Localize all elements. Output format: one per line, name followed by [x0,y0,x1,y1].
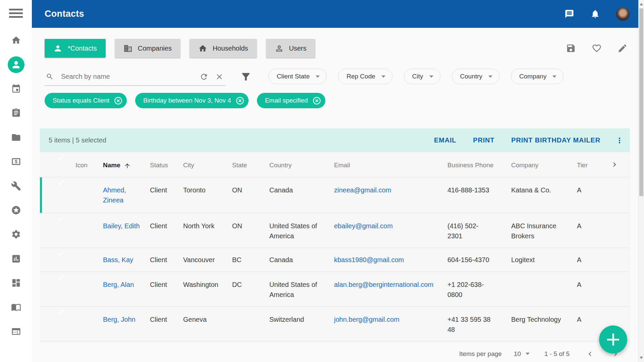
household-icon [198,44,207,53]
filter-icon[interactable] [240,71,252,82]
sidebar-item-tools[interactable] [0,174,32,198]
email-button[interactable]: EMAIL [434,136,456,144]
table-row[interactable]: Ahmed, Zineea Client Toronto ON Canada z… [40,177,630,213]
clear-search-icon[interactable] [215,72,224,81]
sidebar-item-home[interactable] [0,28,32,52]
menu-icon[interactable] [9,9,23,20]
sidebar-item-cards[interactable] [0,319,32,344]
print-button[interactable]: PRINT [473,136,494,144]
favorite-icon[interactable] [592,43,602,53]
column-header-tier[interactable]: Tier [577,152,610,169]
cell-status: Client [150,272,183,290]
remove-chip-icon[interactable] [114,96,123,105]
email-link[interactable]: john.berg@gmail.com [334,307,447,324]
tab-companies[interactable]: Companies [115,39,180,58]
cell-tier: A [577,272,610,290]
sidebar-item-calendar[interactable] [0,77,32,101]
dropdown-company[interactable]: Company [511,69,564,84]
edit-icon[interactable] [618,43,628,53]
reports-icon [11,254,21,264]
chip-email[interactable]: Email specified [257,93,325,108]
dropdown-city[interactable]: City [404,69,440,84]
tab-users[interactable]: Users [266,39,315,58]
sidebar-item-reports[interactable] [0,247,32,271]
scrollbar-thumb[interactable] [639,8,643,196]
refresh-icon[interactable] [200,72,208,81]
chevron-down-icon [552,75,556,78]
column-header-business-phone[interactable]: Business Phone [447,152,511,169]
contact-name-link[interactable]: Bailey, Edith [103,213,150,231]
print-birthday-mailer-button[interactable]: PRINT BIRTHDAY MAILER [511,136,600,144]
email-link[interactable]: alan.berg@berginternational.com [334,272,447,290]
column-header-company[interactable]: Company [511,152,577,169]
email-link[interactable]: ebailey@gmail.com [334,213,447,231]
cell-business-phone: 604-156-4370 [447,248,511,265]
dropdown-client-state[interactable]: Client State [268,69,327,84]
contact-name-link[interactable]: Berg, Alan [103,272,150,290]
add-contact-button[interactable] [599,325,627,354]
items-per-page-label: Items per page [459,350,502,358]
chevron-down-icon [488,75,492,78]
chevron-down-icon [526,353,530,355]
notifications-icon[interactable] [590,9,600,19]
scroll-down-icon[interactable] [640,357,643,359]
contact-name-link[interactable]: Berg, John [103,307,150,324]
sidebar-item-billing[interactable]: $ [0,149,32,174]
sidebar-item-favorites[interactable] [0,198,32,222]
sidebar-item-tasks[interactable] [0,101,32,125]
scroll-up-icon[interactable] [640,3,643,5]
scroll-columns-right-icon[interactable] [610,160,619,169]
column-header-email[interactable]: Email [334,152,447,169]
contact-name-link[interactable]: Bass, Kay [103,248,150,265]
user-avatar[interactable] [616,7,630,21]
column-header-state[interactable]: State [232,152,269,169]
sidebar-item-dashboard[interactable] [0,271,32,295]
search-input[interactable] [60,72,193,81]
sidebar-item-documents[interactable] [0,125,32,149]
column-header-status[interactable]: Status [150,152,183,169]
cell-state: BC [232,248,269,265]
cell-business-phone: (416) 502-2301 [447,213,511,241]
dropdown-rep-code[interactable]: Rep Code [338,69,392,84]
tab-contacts[interactable]: *Contacts [45,39,106,58]
settings-icon [11,229,21,239]
page-size-select[interactable]: 10 [514,350,530,358]
previous-page-icon[interactable] [586,350,594,358]
email-link[interactable]: zineea@gmail.com [334,177,447,195]
selection-summary: 5 items | 5 selected [49,136,106,144]
table-row[interactable]: Bass, Kay Client Vancouver BC Canada kba… [40,248,630,272]
tasks-icon [11,108,21,118]
remove-chip-icon[interactable] [312,96,321,105]
column-header-icon[interactable]: Icon [75,152,103,169]
table-row[interactable]: Bailey, Edith Client North York ON Unite… [40,213,630,248]
chip-label: Birthday between Nov 3, Nov 4 [143,97,231,104]
column-header-city[interactable]: City [183,152,232,169]
dropdown-country[interactable]: Country [452,69,500,84]
cell-business-phone: 416-888-1353 [447,177,511,195]
chip-birthday[interactable]: Birthday between Nov 3, Nov 4 [135,93,249,108]
chat-icon[interactable] [565,9,574,19]
dropdown-label: Company [519,73,546,80]
sidebar-item-library[interactable] [0,295,32,319]
dropdown-label: Client State [277,73,310,80]
cell-city: Toronto [183,177,232,195]
table-row[interactable]: Berg, John Client Geneva Switzerland joh… [40,307,630,342]
table-row[interactable]: Berg, Alan Client Washington DC United S… [40,272,630,307]
contact-name-link[interactable]: Ahmed, Zineea [103,177,150,205]
tab-households[interactable]: Households [190,39,257,58]
email-link[interactable]: kbass1980@gmail.com [334,248,447,265]
sidebar-item-contacts[interactable] [0,52,32,76]
cell-business-phone: +1 202-638-0800 [447,272,511,300]
save-icon[interactable] [566,43,576,53]
person-icon [53,44,62,53]
search-icon [46,73,54,80]
column-header-name[interactable]: Name [103,152,150,169]
remove-chip-icon[interactable] [235,96,245,105]
column-header-country[interactable]: Country [269,152,334,169]
page-scrollbar[interactable] [638,0,644,362]
sidebar-item-settings[interactable] [0,222,32,246]
page-title: Contacts [45,9,84,19]
cell-state [232,307,269,314]
chip-status[interactable]: Status equals Client [45,93,127,108]
more-options-icon[interactable] [615,136,624,145]
